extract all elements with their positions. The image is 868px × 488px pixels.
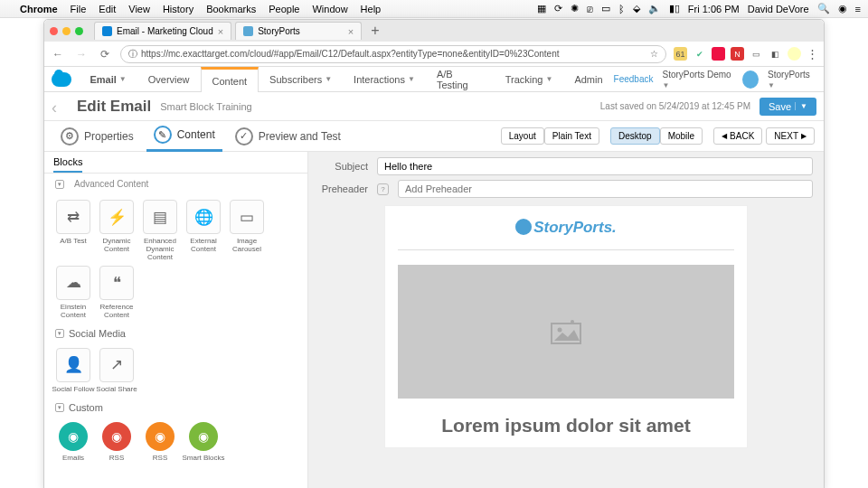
feedback-link[interactable]: Feedback (614, 74, 654, 84)
clock[interactable]: Fri 1:06 PM (688, 4, 740, 14)
menu-bookmarks[interactable]: Bookmarks (206, 4, 256, 14)
nav-content[interactable]: Content (201, 67, 259, 92)
sidebar: Blocks ▾Advanced Content ⇄A/B Test⚡Dynam… (44, 152, 308, 488)
save-dropdown-icon[interactable]: ▼ (795, 102, 807, 110)
reload-button[interactable]: ⟳ (97, 48, 113, 61)
block-item[interactable]: ☁Einstein Content (52, 266, 95, 319)
device-mobile-toggle[interactable]: Mobile (660, 127, 703, 145)
extension-icon[interactable]: 61 (674, 47, 687, 61)
bluetooth-icon[interactable]: ᛒ (618, 4, 625, 14)
menu-edit[interactable]: Edit (99, 4, 116, 14)
tab-marketing-cloud[interactable]: Email - Marketing Cloud × (94, 22, 231, 40)
extension-icon[interactable]: ✔ (693, 47, 706, 61)
spotlight-icon[interactable]: 🔍 (817, 3, 830, 14)
sidebar-tab-blocks[interactable]: Blocks (53, 153, 82, 173)
nav-overview[interactable]: Overview (137, 67, 201, 92)
address-bar[interactable]: ⓘ https://mc.exacttarget.com/cloud/#app/… (120, 45, 666, 63)
status-icon[interactable]: ✺ (571, 3, 579, 14)
window-minimize-button[interactable] (62, 27, 71, 35)
app-menu[interactable]: Chrome (20, 4, 58, 14)
airplay-icon[interactable]: ▭ (601, 3, 610, 14)
wifi-icon[interactable]: ⬙ (633, 3, 640, 14)
menu-people[interactable]: People (269, 4, 299, 14)
block-item[interactable]: ❝Reference Content (95, 266, 138, 319)
subject-input[interactable] (377, 157, 813, 175)
notification-center-icon[interactable]: ≡ (855, 4, 861, 14)
block-item[interactable]: ◉Smart Blocks (182, 422, 225, 462)
back-button[interactable]: ← (50, 48, 66, 61)
nav-tracking[interactable]: Tracking▼ (495, 67, 564, 92)
collapse-icon[interactable]: ▾ (55, 180, 64, 189)
step-content[interactable]: ✎Content (146, 121, 222, 152)
new-tab-button[interactable]: + (365, 23, 384, 39)
status-icon[interactable]: ▦ (537, 3, 546, 14)
block-label: RSS (138, 454, 182, 462)
help-icon[interactable]: ? (377, 183, 389, 195)
close-tab-icon[interactable]: × (348, 26, 354, 37)
extension-icon[interactable]: ▭ (750, 47, 763, 61)
volume-icon[interactable]: 🔈 (648, 3, 661, 14)
block-item[interactable]: ▭Image Carousel (225, 200, 269, 262)
window-zoom-button[interactable] (75, 27, 83, 35)
bookmark-star-icon[interactable]: ☆ (650, 49, 658, 59)
forward-button[interactable]: → (73, 48, 90, 61)
view-layout-toggle[interactable]: Layout (501, 127, 544, 145)
preheader-input[interactable] (398, 180, 813, 198)
save-button[interactable]: Save▼ (760, 98, 816, 116)
close-tab-icon[interactable]: × (218, 26, 223, 37)
email-preview[interactable]: StoryPorts. Lorem ipsum dolor sit amet (384, 205, 748, 448)
menu-file[interactable]: File (71, 4, 87, 14)
step-properties[interactable]: ⚙Properties (53, 121, 141, 152)
nav-admin[interactable]: Admin (563, 67, 613, 92)
extension-icon[interactable]: ◧ (769, 47, 782, 61)
extension-icon[interactable]: N (731, 47, 744, 61)
collapse-icon[interactable]: ▾ (55, 329, 64, 338)
block-item[interactable]: 👤Social Follow (52, 348, 95, 393)
image-placeholder[interactable] (398, 265, 734, 399)
menu-help[interactable]: Help (361, 4, 382, 14)
device-desktop-toggle[interactable]: Desktop (610, 127, 660, 145)
headline-text[interactable]: Lorem ipsum dolor sit amet (398, 399, 734, 438)
block-item[interactable]: ◉RSS (95, 422, 138, 462)
nav-subscribers[interactable]: Subscribers▼ (259, 67, 343, 92)
menu-history[interactable]: History (163, 4, 193, 14)
block-item[interactable]: ↗Social Share (95, 348, 138, 393)
view-plaintext-toggle[interactable]: Plain Text (544, 127, 599, 145)
battery-icon[interactable]: ▮▯ (669, 3, 680, 14)
tab-storyports[interactable]: StoryPorts × (235, 22, 362, 40)
block-item[interactable]: ▤Enhanced Dynamic Content (138, 200, 182, 262)
collapse-icon[interactable]: ▾ (55, 403, 64, 412)
siri-icon[interactable]: ◉ (838, 3, 847, 14)
extension-icon[interactable] (712, 47, 725, 61)
block-item[interactable]: ⇄A/B Test (52, 200, 95, 262)
step-preview[interactable]: ✓Preview and Test (228, 121, 348, 152)
menu-window[interactable]: Window (312, 4, 347, 14)
next-step-button[interactable]: NEXT▶ (766, 127, 815, 145)
block-item[interactable]: ◉RSS (138, 422, 182, 462)
user-menu[interactable]: David DeVore (748, 4, 809, 14)
org-switcher[interactable]: StoryPorts Demo ▼ (662, 70, 733, 89)
block-icon: ⚡ (99, 200, 134, 234)
window-close-button[interactable] (50, 27, 58, 35)
app-switcher[interactable]: Email▼ (79, 67, 137, 92)
block-icon: ◉ (189, 422, 218, 451)
menu-view[interactable]: View (128, 4, 150, 14)
back-chevron-icon[interactable]: ‹ (52, 99, 68, 115)
nav-abtesting[interactable]: A/B Testing (426, 67, 495, 92)
user-avatar-icon[interactable] (742, 70, 759, 89)
block-label: Emails (52, 454, 95, 462)
status-icon[interactable]: ⎚ (587, 4, 593, 14)
user-menu[interactable]: StoryPorts ▼ (768, 70, 815, 89)
profile-avatar-icon[interactable] (788, 47, 801, 61)
block-item[interactable]: ◉Emails (52, 422, 95, 462)
back-step-button[interactable]: ◀BACK (713, 127, 762, 145)
block-item[interactable]: ⚡Dynamic Content (95, 200, 138, 262)
kebab-menu-icon[interactable]: ⋮ (807, 47, 818, 61)
favicon-icon (243, 26, 253, 36)
nav-interactions[interactable]: Interactions▼ (343, 67, 426, 92)
site-info-icon[interactable]: ⓘ (128, 48, 137, 61)
block-item[interactable]: 🌐External Content (182, 200, 225, 262)
status-icon[interactable]: ⟳ (554, 3, 562, 14)
page-header: ‹ Edit Email Smart Block Training Last s… (44, 92, 824, 121)
salesforce-logo-icon[interactable] (52, 72, 71, 87)
